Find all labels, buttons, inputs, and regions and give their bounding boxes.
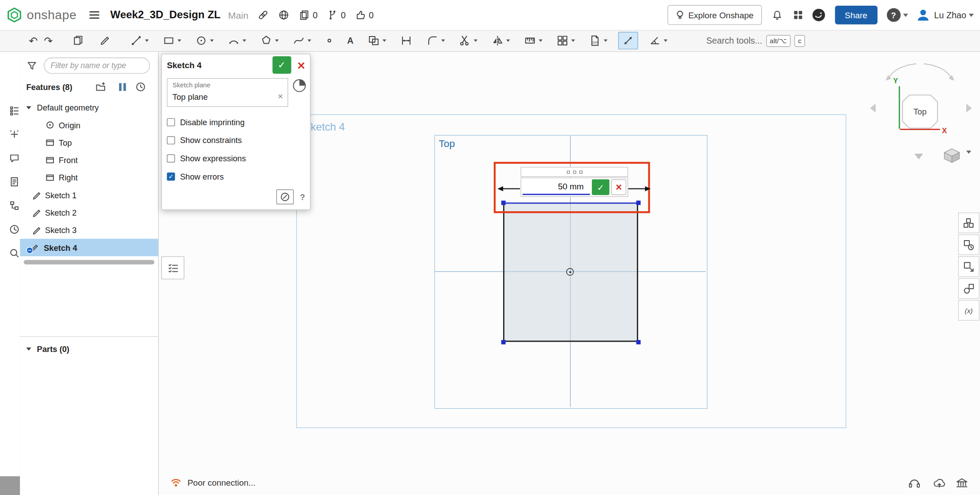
branches-button[interactable]: 0 bbox=[327, 9, 346, 20]
cloud-status-button[interactable] bbox=[932, 476, 946, 490]
vertex-bottom-left[interactable] bbox=[501, 340, 506, 344]
tree-item-origin[interactable]: Origin bbox=[20, 116, 158, 134]
dialog-help-icon[interactable]: ? bbox=[300, 192, 305, 201]
dxf-export-tool-button[interactable]: DXF bbox=[586, 33, 611, 49]
right-panel-button-2[interactable] bbox=[958, 234, 980, 255]
pause-updates-button[interactable] bbox=[118, 82, 127, 94]
checkbox-show-expressions[interactable]: Show expressions bbox=[167, 153, 305, 163]
chevron-down-icon[interactable] bbox=[307, 39, 311, 42]
tree-item-sketch2[interactable]: Sketch 2 bbox=[20, 204, 158, 221]
chevron-down-icon[interactable] bbox=[382, 39, 386, 42]
public-document-button[interactable] bbox=[279, 9, 290, 20]
sketch-pad-button[interactable] bbox=[276, 189, 294, 205]
chevron-down-icon[interactable] bbox=[474, 39, 477, 42]
spline-tool-button[interactable] bbox=[289, 33, 314, 49]
rectangle-tool-button[interactable] bbox=[159, 33, 184, 49]
arc-tool-button[interactable] bbox=[224, 33, 249, 49]
user-menu-button[interactable]: Lu Zhao bbox=[915, 8, 974, 23]
isometric-view-icon[interactable] bbox=[943, 147, 961, 164]
notifications-button[interactable] bbox=[771, 9, 783, 21]
chevron-down-icon[interactable] bbox=[210, 39, 213, 42]
undo-button[interactable]: ↶ bbox=[29, 35, 38, 46]
chevron-down-icon[interactable] bbox=[275, 39, 278, 42]
tree-item-top-plane[interactable]: Top bbox=[20, 134, 158, 151]
checkbox-icon[interactable] bbox=[167, 154, 175, 162]
chevron-down-icon[interactable] bbox=[571, 39, 574, 42]
chevron-down-icon[interactable] bbox=[603, 39, 607, 42]
chevron-down-icon[interactable] bbox=[538, 39, 542, 42]
chevron-down-icon[interactable] bbox=[506, 39, 509, 42]
chevron-down-icon[interactable] bbox=[441, 39, 445, 42]
expand-caret-icon[interactable] bbox=[26, 347, 31, 350]
learning-center-button[interactable] bbox=[955, 476, 969, 490]
rotate-left-arrow-icon[interactable] bbox=[870, 104, 876, 113]
redo-button[interactable]: ↷ bbox=[44, 35, 53, 46]
support-button[interactable] bbox=[907, 476, 921, 490]
checkbox-icon[interactable] bbox=[167, 118, 175, 126]
checkbox-disable-imprinting[interactable]: Disable imprinting bbox=[167, 117, 305, 127]
chevron-down-icon[interactable] bbox=[242, 39, 246, 42]
chevron-down-icon[interactable] bbox=[664, 39, 667, 42]
circle-tool-button[interactable] bbox=[192, 33, 217, 49]
share-link-button[interactable] bbox=[258, 9, 269, 20]
expand-caret-icon[interactable] bbox=[26, 106, 31, 109]
right-panel-button-5[interactable]: (x) bbox=[958, 300, 980, 320]
plane-clear-icon[interactable]: × bbox=[278, 91, 283, 101]
chevron-down-icon[interactable] bbox=[145, 39, 148, 42]
checkbox-checked-icon[interactable]: ✓ bbox=[167, 172, 175, 180]
use-project-tool-button[interactable] bbox=[364, 33, 389, 49]
line-tool-button[interactable] bbox=[127, 33, 152, 49]
dimension-input[interactable]: 50 mm bbox=[522, 180, 590, 195]
create-folder-button[interactable] bbox=[95, 81, 106, 92]
stamp-tool-button[interactable] bbox=[95, 33, 114, 49]
checkbox-show-constraints[interactable]: Show constraints bbox=[167, 135, 305, 145]
view-cube-face[interactable]: Top bbox=[902, 94, 938, 129]
rotate-arc-icon[interactable] bbox=[880, 57, 960, 84]
tree-item-default-geometry[interactable]: Default geometry bbox=[20, 99, 158, 116]
explore-onshape-button[interactable]: Explore Onshape bbox=[668, 5, 762, 25]
right-panel-button-4[interactable] bbox=[958, 278, 980, 299]
help-menu-button[interactable]: ? bbox=[887, 8, 908, 22]
view-menu-caret-icon[interactable] bbox=[964, 154, 972, 165]
filter-icon[interactable] bbox=[26, 60, 37, 71]
tree-item-sketch4-selected[interactable]: Sketch 4 bbox=[20, 239, 158, 256]
share-button[interactable]: Share bbox=[835, 6, 877, 25]
right-panel-button-1[interactable] bbox=[958, 213, 980, 233]
tree-item-front-plane[interactable]: Front bbox=[20, 151, 158, 168]
dimension-confirm-button[interactable]: ✓ bbox=[592, 180, 609, 195]
trim-tool-button[interactable] bbox=[455, 33, 480, 49]
dimension-mini-toolbar[interactable] bbox=[521, 167, 628, 177]
feature-list-flyout-button[interactable] bbox=[161, 256, 185, 279]
checkbox-icon[interactable] bbox=[167, 136, 175, 144]
text-tool-button[interactable]: A bbox=[344, 34, 357, 48]
search-tools[interactable]: Search tools... alt/⌥ c bbox=[706, 30, 805, 51]
horizontal-scrollbar[interactable] bbox=[24, 260, 154, 265]
community-button[interactable] bbox=[812, 8, 825, 22]
pattern-tool-button[interactable] bbox=[553, 33, 578, 49]
panels-tool-button[interactable] bbox=[69, 33, 88, 49]
fillet-tool-button[interactable] bbox=[423, 33, 448, 49]
mirror-tool-button[interactable] bbox=[488, 33, 513, 49]
dialog-confirm-button[interactable]: ✓ bbox=[272, 56, 291, 74]
main-menu-icon[interactable] bbox=[88, 9, 100, 21]
inspect-tool-button[interactable] bbox=[521, 33, 545, 49]
filter-input[interactable] bbox=[44, 57, 150, 74]
checkbox-show-errors[interactable]: ✓ Show errors bbox=[167, 171, 305, 181]
dialog-close-button[interactable]: × bbox=[297, 58, 305, 71]
vertex-bottom-right[interactable] bbox=[636, 340, 641, 344]
rotate-right-arrow-icon[interactable] bbox=[966, 104, 972, 113]
parts-section-header[interactable]: Parts (0) bbox=[20, 340, 158, 357]
feature-state-icon[interactable] bbox=[292, 79, 306, 93]
sketch-plane-field[interactable]: Sketch plane Top plane × bbox=[167, 78, 288, 107]
document-title[interactable]: Week2_3D_Design ZL bbox=[111, 9, 221, 21]
dimension-cancel-button[interactable]: × bbox=[611, 180, 627, 195]
tree-item-sketch3[interactable]: Sketch 3 bbox=[20, 221, 158, 239]
point-tool-button[interactable] bbox=[322, 33, 337, 49]
dimension-tool-button[interactable] bbox=[397, 33, 415, 49]
copies-button[interactable]: 0 bbox=[299, 9, 318, 20]
app-store-button[interactable] bbox=[792, 9, 804, 20]
rollback-button[interactable] bbox=[135, 81, 146, 92]
angle-tool-button[interactable] bbox=[645, 33, 670, 49]
move-tool-button-active[interactable] bbox=[618, 32, 638, 49]
tree-item-sketch1[interactable]: Sketch 1 bbox=[20, 186, 158, 204]
